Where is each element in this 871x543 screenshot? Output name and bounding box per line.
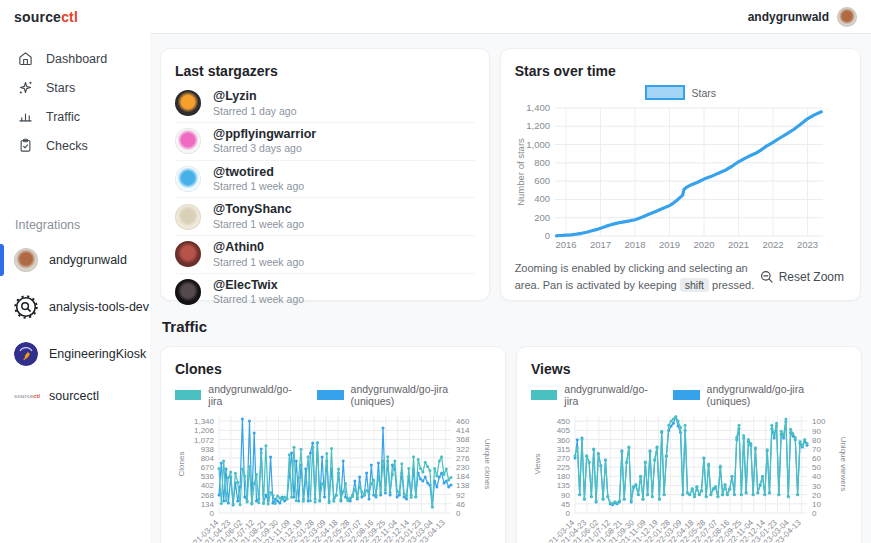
logo-suffix: ctl [61, 9, 78, 25]
bar-chart-icon [18, 109, 33, 124]
svg-text:Number of stars: Number of stars [515, 138, 526, 206]
sidebar-item-dashboard[interactable]: Dashboard [0, 44, 150, 73]
svg-text:360: 360 [557, 436, 571, 445]
svg-text:460: 460 [456, 417, 470, 426]
stars-line-chart[interactable]: 02004006008001,0001,2001,400201620172018… [515, 102, 831, 252]
legend-label: andygrunwald/go-jira [208, 383, 303, 407]
reset-zoom-button[interactable]: Reset Zoom [760, 270, 844, 284]
svg-text:Clones: Clones [177, 452, 186, 477]
integration-andygrunwald[interactable]: andygrunwald [0, 242, 150, 278]
svg-text:2017: 2017 [590, 239, 611, 250]
logo[interactable]: sourcectl [14, 9, 78, 25]
svg-text:225: 225 [557, 463, 571, 472]
svg-text:2022: 2022 [762, 239, 783, 250]
svg-text:2018: 2018 [624, 239, 645, 250]
svg-text:10: 10 [812, 500, 821, 509]
svg-text:270: 270 [557, 454, 571, 463]
stargazer-starred-at: Starred 1 week ago [213, 180, 304, 193]
svg-text:200: 200 [534, 212, 550, 223]
svg-text:2020: 2020 [693, 239, 714, 250]
logo-prefix: source [14, 9, 61, 25]
svg-text:0: 0 [812, 509, 817, 518]
stargazer-row[interactable]: @twotired Starred 1 week ago [175, 160, 475, 198]
clones-line-chart[interactable]: 01342684025366708049381,0721,2061,340046… [175, 409, 491, 543]
stars-chart-title: Stars over time [515, 63, 846, 79]
stargazers-card: Last stargazers @Lyzin Starred 1 day ago… [160, 48, 490, 301]
svg-text:Views: Views [533, 453, 542, 474]
svg-text:0: 0 [566, 509, 571, 518]
stargazer-avatar [175, 241, 201, 267]
legend-label: andygrunwald/go-jira [564, 383, 659, 407]
svg-text:30: 30 [812, 482, 821, 491]
stargazer-avatar [175, 128, 201, 154]
traffic-section-title: Traffic [162, 318, 859, 335]
svg-text:180: 180 [557, 472, 571, 481]
legend-swatch-views [531, 390, 557, 400]
integration-label: EngineeringKiosk [49, 347, 146, 361]
svg-text:184: 184 [456, 472, 470, 481]
legend-label: andygrunwald/go-jira (uniques) [707, 383, 847, 407]
svg-text:40: 40 [812, 472, 821, 481]
stargazer-row[interactable]: @TonyShanc Starred 1 week ago [175, 197, 475, 235]
svg-text:402: 402 [201, 481, 215, 490]
stars-over-time-card: Stars over time Stars 02004006008001,000… [500, 48, 861, 301]
sidebar: Dashboard Stars Traffic Checks Integrati… [0, 33, 150, 543]
legend-swatch-stars [645, 85, 685, 100]
user-avatar [837, 7, 857, 27]
svg-text:400: 400 [534, 193, 550, 204]
main-content: Last stargazers @Lyzin Starred 1 day ago… [150, 33, 871, 543]
sidebar-item-label: Dashboard [46, 52, 107, 66]
svg-text:315: 315 [557, 445, 571, 454]
views-chart-title: Views [531, 361, 847, 377]
svg-text:20: 20 [812, 491, 821, 500]
svg-text:90: 90 [812, 427, 821, 436]
header-user-menu[interactable]: andygrunwald [748, 7, 857, 27]
svg-text:70: 70 [812, 445, 821, 454]
sidebar-item-traffic[interactable]: Traffic [0, 102, 150, 131]
svg-text:90: 90 [561, 491, 570, 500]
stargazer-avatar [175, 166, 201, 192]
home-icon [18, 51, 33, 66]
svg-text:0: 0 [210, 509, 215, 518]
svg-text:368: 368 [456, 435, 470, 444]
stargazer-row[interactable]: @Athin0 Starred 1 week ago [175, 235, 475, 273]
svg-text:Unique clones: Unique clones [483, 439, 491, 490]
clones-chart-title: Clones [175, 361, 491, 377]
views-line-chart[interactable]: 0459013518022527031536040545001020304050… [531, 409, 847, 543]
stargazer-row[interactable]: @Lyzin Starred 1 day ago [175, 85, 475, 122]
svg-text:46: 46 [456, 500, 465, 509]
svg-text:230: 230 [456, 463, 470, 472]
stargazer-handle: @TonyShanc [213, 202, 304, 218]
stargazer-handle: @Athin0 [213, 240, 304, 256]
sparkle-icon [18, 80, 33, 95]
svg-text:0: 0 [544, 230, 549, 241]
svg-text:0: 0 [456, 509, 461, 518]
integration-avatar [14, 248, 38, 272]
stargazer-handle: @ppflyingwarrior [213, 127, 316, 143]
sidebar-item-label: Stars [46, 81, 75, 95]
svg-text:Unique viewers: Unique viewers [839, 437, 847, 492]
stargazer-handle: @ElecTwix [213, 278, 304, 294]
integration-engineeringkiosk[interactable]: EngineeringKiosk [0, 336, 150, 372]
svg-text:45: 45 [561, 500, 570, 509]
svg-text:2019: 2019 [659, 239, 680, 250]
sidebar-item-stars[interactable]: Stars [0, 73, 150, 102]
app: sourcectl andygrunwald Dashboard Stars T… [0, 0, 871, 543]
stargazer-handle: @Lyzin [213, 89, 296, 105]
svg-text:1,206: 1,206 [194, 426, 215, 435]
svg-text:2023: 2023 [797, 239, 818, 250]
header: sourcectl andygrunwald [0, 0, 871, 33]
sidebar-item-checks[interactable]: Checks [0, 131, 150, 160]
svg-text:414: 414 [456, 426, 470, 435]
integration-sourcectl[interactable]: sourcectl sourcectl [0, 383, 150, 409]
svg-text:80: 80 [812, 436, 821, 445]
legend-label: andygrunwald/go-jira (uniques) [351, 383, 491, 407]
clipboard-check-icon [18, 138, 33, 153]
stargazer-row[interactable]: @ElecTwix Starred 1 week ago [175, 273, 475, 311]
stargazers-list: @Lyzin Starred 1 day ago @ppflyingwarrio… [175, 85, 475, 311]
stargazer-row[interactable]: @ppflyingwarrior Starred 3 days ago [175, 122, 475, 160]
svg-text:138: 138 [456, 481, 470, 490]
integration-analysis-tools-dev[interactable]: analysis-tools-dev [0, 289, 150, 325]
svg-text:1,400: 1,400 [526, 102, 550, 113]
zoom-help-text: Zooming is enabled by clicking and selec… [515, 260, 760, 294]
